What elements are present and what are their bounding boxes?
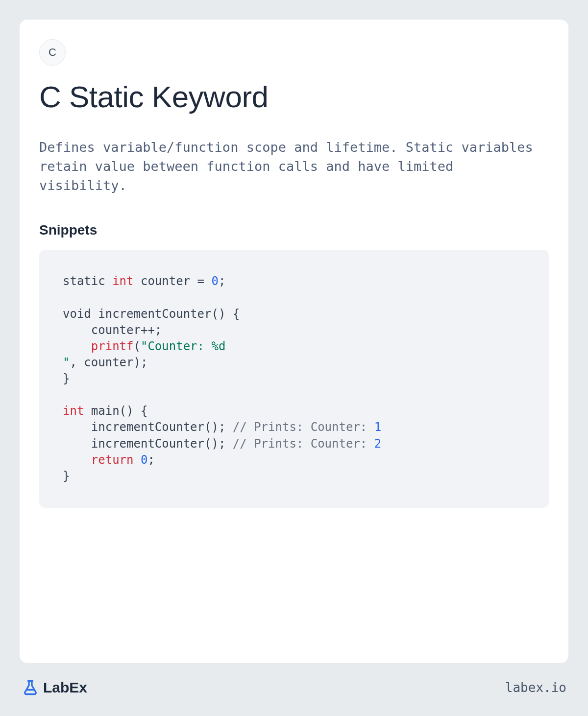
flask-icon [22,679,39,696]
language-badge: C [39,39,66,66]
brand-logo: LabEx [22,679,87,696]
snippets-heading: Snippets [39,222,549,238]
brand-name: LabEx [43,679,87,696]
site-url: labex.io [505,680,566,695]
language-badge-label: C [49,46,56,59]
content-card: C C Static Keyword Defines variable/func… [20,20,568,663]
description-text: Defines variable/function scope and life… [39,138,549,195]
page-footer: LabEx labex.io [20,663,568,696]
code-snippet: static int counter = 0; void incrementCo… [39,250,549,507]
page-title: C Static Keyword [39,79,549,114]
